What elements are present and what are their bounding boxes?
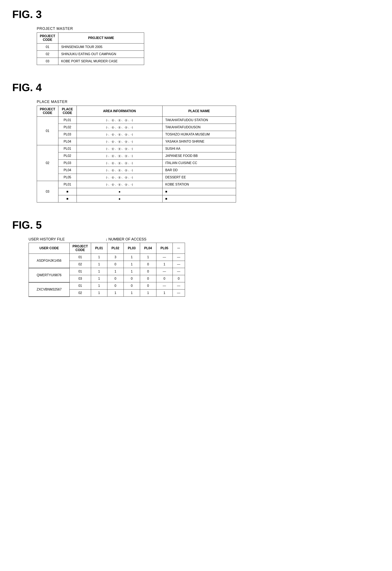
table-row: PL02 (··、··)(··、··)(··、··)(··、··) JAPANE… [37, 152, 236, 159]
pl03-cell: 1 [124, 261, 140, 268]
place-code-cell: PL05 [58, 174, 77, 181]
proj-code-cell: 01 [37, 117, 58, 145]
table-row: PL04 (··、··)(··、··)(··、··)(··、··) YASAKA… [37, 138, 236, 145]
fig3-header-name: PROJECT NAME [58, 33, 144, 43]
pl03-cell: 0 [124, 275, 140, 282]
place-code-cell: PL03 [58, 131, 77, 138]
pl05-cell: — [156, 282, 172, 289]
fig5-header-user: USER CODE [29, 243, 70, 254]
area-info-cell: ■ [77, 195, 162, 202]
place-name-cell: KOBE STATION [162, 181, 236, 188]
fig5-header-pl05: PL05 [156, 243, 172, 254]
area-info-cell: (··、··)(··、··)(··、··)(··、··) [77, 124, 162, 131]
area-info-cell: (··、··)(··、··)(··、··)(··、··) [77, 131, 162, 138]
place-name-cell: SUSHI AA [162, 145, 236, 152]
table-row: ASDFGHJK1456 01 1 3 1 1 — — [29, 254, 185, 261]
dots-cell: 0 [172, 275, 185, 282]
dots-cell: — [172, 261, 185, 268]
fig3-section: FIG. 3 PROJECT MASTER PROJECT CODE PROJE… [12, 8, 380, 65]
proj-code-cell: 02 [70, 261, 91, 268]
pl05-cell: 0 [156, 275, 172, 282]
pl05-cell: — [156, 268, 172, 275]
proj-code-cell: 01 [70, 254, 91, 261]
place-code-cell: ■ [58, 188, 77, 195]
fig3-title: FIG. 3 [12, 8, 380, 20]
place-code-cell: PL01 [58, 117, 77, 124]
pl01-cell: 1 [91, 254, 107, 261]
pl03-cell: 1 [124, 289, 140, 297]
fig3-table-title: PROJECT MASTER [37, 27, 380, 31]
table-row: 02 PL01 (··、··)(··、··)(··、··)(··、··) SUS… [37, 145, 236, 152]
user-code-cell: ZXCVBNM32567 [29, 282, 70, 297]
proj-name-cell: KOBE PORT SERIAL MURDER CASE [58, 58, 144, 65]
pl02-cell: 0 [107, 261, 124, 268]
place-name-cell: DESSERT EE [162, 174, 236, 181]
table-row: PL02 (··、··)(··、··)(··、··)(··、··) TAKAHA… [37, 124, 236, 131]
fig5-file-label: USER HISTORY FILE [28, 237, 65, 242]
table-row: 01 PL01 (··、··)(··、··)(··、··)(··、··) TAK… [37, 117, 236, 124]
place-code-cell: ■ [58, 195, 77, 202]
pl03-cell: 0 [124, 282, 140, 289]
pl05-cell: 1 [156, 261, 172, 268]
dots-cell: — [172, 254, 185, 261]
fig5-access-label: ↓ NUMBER OF ACCESS [106, 237, 146, 242]
pl02-cell: 1 [107, 268, 124, 275]
table-row: PL03 (··、··)(··、··)(··、··)(··、··) ITALIA… [37, 159, 236, 167]
place-name-cell: JAPANESE FOOD BB [162, 152, 236, 159]
pl04-cell: 0 [140, 261, 156, 268]
area-info-cell: (··、··)(··、··)(··、··)(··、··) [77, 138, 162, 145]
table-row: 03 KOBE PORT SERIAL MURDER CASE [37, 58, 144, 65]
pl02-cell: 3 [107, 254, 124, 261]
pl01-cell: 1 [91, 261, 107, 268]
pl04-cell: 0 [140, 282, 156, 289]
fig5-header-pl04: PL04 [140, 243, 156, 254]
place-code-cell: PL04 [58, 138, 77, 145]
place-name-cell: YASAKA SHINTO SHRINE [162, 138, 236, 145]
pl02-cell: 1 [107, 289, 124, 297]
pl03-cell: 1 [124, 254, 140, 261]
fig5-header-proj: PROJECT CODE [70, 243, 91, 254]
dots-cell: — [172, 289, 185, 297]
pl05-cell: 1 [156, 289, 172, 297]
area-info-cell: (··、··)(··、··)(··、··)(··、··) [77, 159, 162, 167]
proj-code-cell: 01 [37, 43, 58, 51]
table-row: 03 PL01 (··、··)(··、··)(··、··)(··、··) KOB… [37, 181, 236, 188]
proj-code-cell: 02 [37, 51, 58, 58]
dots-cell: — [172, 282, 185, 289]
place-name-cell: ■ [162, 188, 236, 195]
user-code-cell: ASDFGHJK1456 [29, 254, 70, 268]
fig5-title: FIG. 5 [12, 219, 380, 231]
table-row: PL03 (··、··)(··、··)(··、··)(··、··) TOSHIZ… [37, 131, 236, 138]
fig5-header-pl02: PL02 [107, 243, 124, 254]
pl02-cell: 0 [107, 282, 124, 289]
fig5-header-pl01: PL01 [91, 243, 107, 254]
place-code-cell: PL02 [58, 124, 77, 131]
pl01-cell: 1 [91, 268, 107, 275]
proj-code-cell: 03 [37, 58, 58, 65]
area-info-cell: (··、··)(··、··)(··、··)(··、··) [77, 152, 162, 159]
fig4-title: FIG. 4 [12, 81, 380, 94]
area-info-cell: ■ [77, 188, 162, 195]
proj-code-cell: 02 [70, 289, 91, 297]
area-info-cell: (··、··)(··、··)(··、··)(··、··) [77, 174, 162, 181]
proj-name-cell: SHINJUKU EATING OUT CAMPAIGN [58, 51, 144, 58]
place-code-cell: PL01 [58, 181, 77, 188]
proj-code-cell: 02 [37, 145, 58, 181]
table-row: PL04 (··、··)(··、··)(··、··)(··、··) BAR DD [37, 167, 236, 174]
place-code-cell: PL01 [58, 145, 77, 152]
pl01-cell: 1 [91, 289, 107, 297]
fig4-header-projcode: PROJECT CODE [37, 106, 58, 117]
pl04-cell: 1 [140, 254, 156, 261]
area-info-cell: (··、··)(··、··)(··、··)(··、··) [77, 117, 162, 124]
table-row: ZXCVBNM32567 01 1 0 0 0 — — [29, 282, 185, 289]
table-row: QWERTYUI9876 01 1 1 1 0 — — [29, 268, 185, 275]
pl04-cell: 1 [140, 289, 156, 297]
pl04-cell: 0 [140, 268, 156, 275]
fig3-header-code: PROJECT CODE [37, 33, 58, 43]
area-info-cell: (··、··)(··、··)(··、··)(··、··) [77, 167, 162, 174]
place-name-cell: TAKAHATAFUDOUSON [162, 124, 236, 131]
proj-name-cell: SHINSENGUMI TOUR 2005 [58, 43, 144, 51]
fig4-table: PROJECT CODE PLACE CODE AREA INFORMATION… [37, 106, 236, 202]
fig3-table: PROJECT CODE PROJECT NAME 01 SHINSENGUMI… [37, 32, 144, 65]
proj-code-cell: 03 [70, 275, 91, 282]
